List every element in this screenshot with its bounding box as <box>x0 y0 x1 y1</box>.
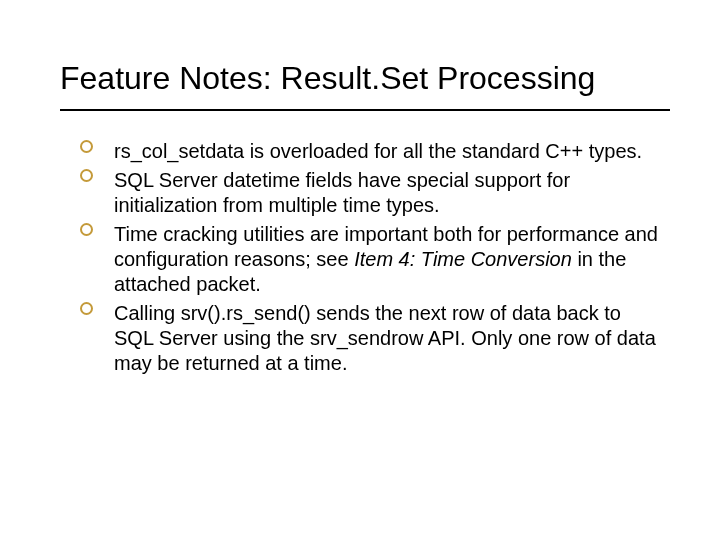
bullet-ring-icon <box>80 223 93 236</box>
list-item: SQL Server datetime fields have special … <box>80 168 660 218</box>
slide: Feature Notes: Result.Set Processing rs_… <box>0 0 720 540</box>
list-item-text: Time cracking utilities are important bo… <box>114 223 658 295</box>
bullet-ring-icon <box>80 140 93 153</box>
list-item-text: SQL Server datetime fields have special … <box>114 169 570 216</box>
title-rule <box>60 109 670 111</box>
bullet-list: rs_col_setdata is overloaded for all the… <box>60 139 670 376</box>
list-item: Calling srv().rs_send() sends the next r… <box>80 301 660 376</box>
list-item-text: rs_col_setdata is overloaded for all the… <box>114 140 642 162</box>
bullet-ring-icon <box>80 302 93 315</box>
list-item: rs_col_setdata is overloaded for all the… <box>80 139 660 164</box>
slide-title: Feature Notes: Result.Set Processing <box>60 60 670 97</box>
list-item-text: Calling srv().rs_send() sends the next r… <box>114 302 656 374</box>
list-item: Time cracking utilities are important bo… <box>80 222 660 297</box>
bullet-ring-icon <box>80 169 93 182</box>
